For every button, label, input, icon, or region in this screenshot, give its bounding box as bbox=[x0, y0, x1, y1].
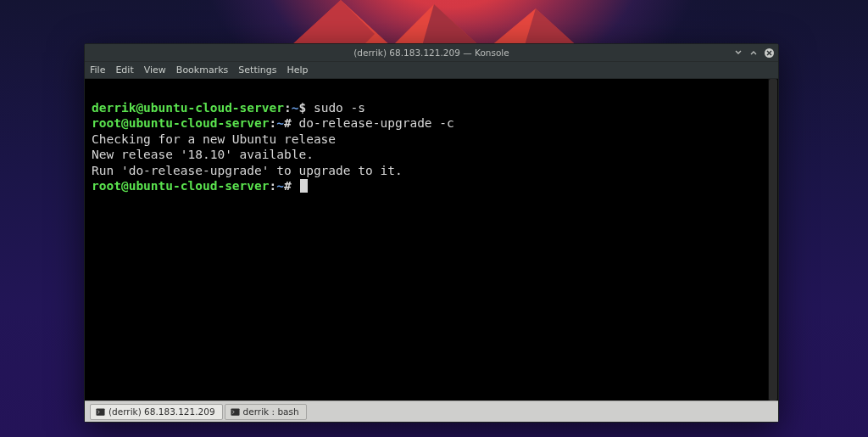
terminal-viewport[interactable]: derrik@ubuntu-cloud-server:~$ sudo -s ro… bbox=[85, 79, 778, 401]
prompt-sep: : bbox=[270, 116, 277, 130]
output-line: New release '18.10' available. bbox=[92, 148, 314, 161]
konsole-window: (derrik) 68.183.121.209 — Konsole File E… bbox=[84, 43, 779, 423]
prompt-userhost: root@ubuntu-cloud-server bbox=[92, 179, 270, 193]
prompt-path: ~ bbox=[276, 179, 284, 193]
svg-rect-5 bbox=[96, 408, 104, 415]
prompt-sep: : bbox=[284, 101, 292, 115]
titlebar[interactable]: (derrik) 68.183.121.209 — Konsole bbox=[85, 44, 778, 62]
prompt-userhost: root@ubuntu-cloud-server bbox=[92, 116, 270, 130]
command-text: do-release-upgrade -c bbox=[298, 116, 453, 130]
terminal-icon bbox=[231, 407, 240, 417]
window-title: (derrik) 68.183.121.209 — Konsole bbox=[353, 48, 509, 58]
text-cursor bbox=[300, 179, 308, 193]
menu-view[interactable]: View bbox=[144, 64, 166, 76]
desktop-background: (derrik) 68.183.121.209 — Konsole File E… bbox=[0, 0, 868, 437]
prompt-userhost: derrik@ubuntu-cloud-server bbox=[92, 101, 284, 115]
tab-active[interactable]: (derrik) 68.183.121.209 bbox=[90, 404, 223, 420]
prompt-sigil: # bbox=[284, 116, 298, 130]
minimize-button[interactable] bbox=[732, 46, 745, 59]
tab-second[interactable]: derrik : bash bbox=[225, 404, 307, 420]
svg-rect-6 bbox=[231, 408, 239, 415]
menu-bookmarks[interactable]: Bookmarks bbox=[176, 64, 228, 76]
tab-label: (derrik) 68.183.121.209 bbox=[108, 406, 215, 417]
menu-help[interactable]: Help bbox=[287, 64, 308, 76]
tab-label: derrik : bash bbox=[243, 406, 299, 417]
prompt-sigil: $ bbox=[298, 101, 313, 115]
menu-settings[interactable]: Settings bbox=[238, 64, 276, 76]
scrollbar[interactable] bbox=[768, 79, 778, 401]
menu-file[interactable]: File bbox=[90, 64, 105, 76]
prompt-sep: : bbox=[270, 179, 277, 193]
prompt-path: ~ bbox=[276, 116, 284, 130]
output-line: Checking for a new Ubuntu release bbox=[92, 132, 336, 146]
tabbar: (derrik) 68.183.121.209 derrik : bash bbox=[85, 401, 778, 422]
command-text: sudo -s bbox=[314, 101, 365, 115]
prompt-sigil: # bbox=[284, 179, 298, 193]
menubar: File Edit View Bookmarks Settings Help bbox=[85, 62, 778, 79]
menu-edit[interactable]: Edit bbox=[115, 64, 133, 76]
maximize-button[interactable] bbox=[747, 46, 760, 59]
output-line: Run 'do-release-upgrade' to upgrade to i… bbox=[92, 164, 403, 177]
terminal-icon bbox=[96, 407, 105, 417]
scrollbar-thumb[interactable] bbox=[769, 79, 777, 401]
window-controls bbox=[732, 46, 776, 59]
close-button[interactable] bbox=[762, 46, 776, 59]
